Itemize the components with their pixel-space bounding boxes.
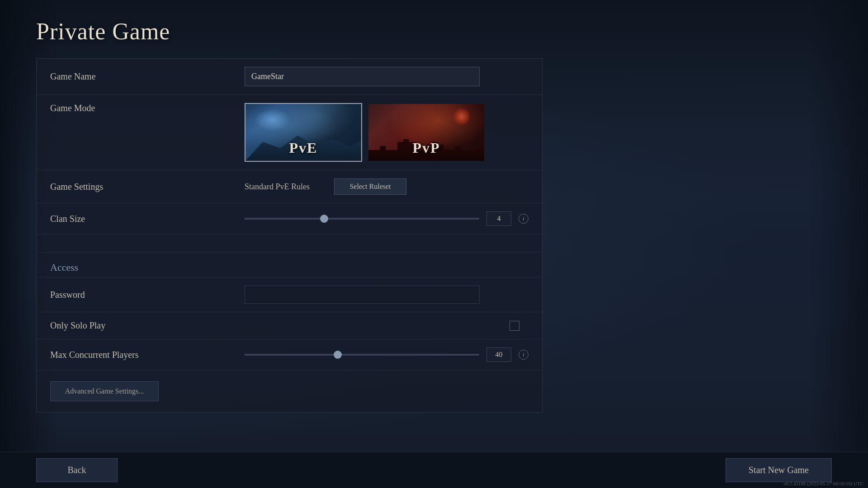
main-container: Private Game Game Name Game Mode bbox=[0, 0, 868, 488]
max-players-row: Max Concurrent Players 40 i bbox=[37, 339, 542, 371]
mode-cards: PvE PvP bbox=[245, 103, 485, 162]
clan-size-info-icon[interactable]: i bbox=[519, 214, 528, 224]
version-info: v0.5.41188 (2023-05-17 08:58:59) UTC bbox=[783, 481, 863, 486]
clan-size-label: Clan Size bbox=[50, 214, 245, 224]
advanced-settings-button[interactable]: Advanced Game Settings... bbox=[50, 381, 159, 401]
pvp-label: PvP bbox=[412, 140, 440, 156]
form-panel: Game Name Game Mode bbox=[36, 58, 542, 413]
game-name-label: Game Name bbox=[50, 71, 245, 82]
clan-size-slider[interactable] bbox=[245, 218, 479, 220]
password-input[interactable] bbox=[245, 286, 480, 304]
max-players-label: Max Concurrent Players bbox=[50, 350, 245, 360]
select-ruleset-button[interactable]: Select Ruleset bbox=[334, 178, 406, 195]
max-players-slider-container: 40 i bbox=[245, 347, 528, 362]
start-new-game-button[interactable]: Start New Game bbox=[726, 458, 832, 482]
game-name-row: Game Name bbox=[37, 59, 542, 95]
password-label: Password bbox=[50, 290, 245, 300]
clan-size-control: 4 i bbox=[245, 211, 528, 226]
game-mode-label: Game Mode bbox=[50, 103, 245, 113]
game-settings-control: Standard PvE Rules Select Ruleset bbox=[245, 178, 528, 195]
pve-mode-card[interactable]: PvE bbox=[245, 103, 362, 162]
pvp-mode-card[interactable]: PvP bbox=[368, 103, 485, 162]
clan-size-slider-container: 4 i bbox=[245, 211, 528, 226]
max-players-slider[interactable] bbox=[245, 354, 479, 356]
back-button[interactable]: Back bbox=[36, 458, 118, 482]
solo-play-control bbox=[245, 321, 528, 331]
game-settings-row: Game Settings Standard PvE Rules Select … bbox=[37, 170, 542, 203]
access-header: Access bbox=[37, 253, 542, 277]
solo-play-label: Only Solo Play bbox=[50, 320, 245, 331]
solo-play-row: Only Solo Play bbox=[37, 312, 542, 339]
game-name-control bbox=[245, 67, 528, 86]
page-title: Private Game bbox=[36, 18, 832, 45]
solo-play-checkbox[interactable] bbox=[509, 321, 519, 331]
max-players-control: 40 i bbox=[245, 347, 528, 362]
max-players-info-icon[interactable]: i bbox=[519, 350, 528, 360]
pve-label: PvE bbox=[289, 140, 318, 156]
clan-size-row: Clan Size 4 i bbox=[37, 203, 542, 235]
game-mode-control: PvE PvP bbox=[245, 103, 528, 162]
pve-glow bbox=[255, 108, 291, 131]
clan-size-value: 4 bbox=[486, 211, 511, 226]
ruleset-value: Standard PvE Rules bbox=[245, 182, 310, 192]
game-name-input[interactable] bbox=[245, 67, 480, 86]
game-mode-row: Game Mode PvE bbox=[37, 95, 542, 170]
password-control bbox=[245, 286, 528, 304]
bottom-bar: Back Start New Game bbox=[0, 452, 868, 488]
pvp-moon bbox=[453, 108, 471, 126]
advanced-settings-row: Advanced Game Settings... bbox=[37, 371, 542, 412]
game-settings-label: Game Settings bbox=[50, 182, 245, 192]
password-row: Password bbox=[37, 277, 542, 312]
max-players-value: 40 bbox=[486, 347, 511, 362]
spacer-row bbox=[37, 235, 542, 253]
